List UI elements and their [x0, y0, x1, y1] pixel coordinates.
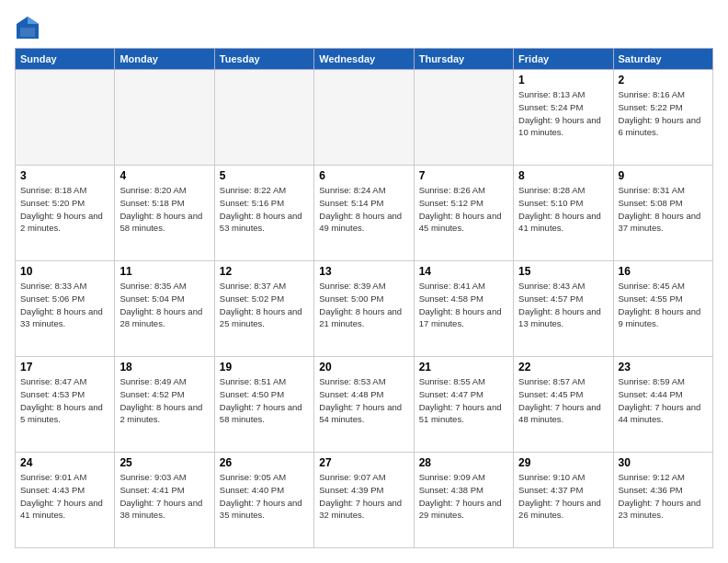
day-info: Sunrise: 9:05 AM Sunset: 4:40 PM Dayligh…: [220, 471, 309, 522]
day-number: 4: [119, 169, 209, 182]
day-cell: 21Sunrise: 8:55 AM Sunset: 4:47 PM Dayli…: [414, 357, 513, 453]
generalblue-logo-icon: [15, 15, 40, 40]
day-header-friday: Friday: [514, 49, 613, 70]
day-info: Sunrise: 8:26 AM Sunset: 5:12 PM Dayligh…: [419, 184, 508, 235]
week-row-2: 3Sunrise: 8:18 AM Sunset: 5:20 PM Daylig…: [16, 166, 713, 261]
day-info: Sunrise: 8:53 AM Sunset: 4:48 PM Dayligh…: [319, 375, 408, 426]
day-cell: 10Sunrise: 8:33 AM Sunset: 5:06 PM Dayli…: [16, 261, 115, 357]
day-info: Sunrise: 8:31 AM Sunset: 5:08 PM Dayligh…: [619, 184, 708, 235]
day-cell: [414, 70, 513, 166]
day-number: 8: [518, 169, 608, 182]
week-row-5: 24Sunrise: 9:01 AM Sunset: 4:43 PM Dayli…: [16, 453, 713, 548]
day-info: Sunrise: 8:41 AM Sunset: 4:58 PM Dayligh…: [419, 280, 508, 330]
calendar-body: 1Sunrise: 8:13 AM Sunset: 5:24 PM Daylig…: [16, 70, 713, 548]
day-cell: 30Sunrise: 9:12 AM Sunset: 4:36 PM Dayli…: [613, 453, 712, 548]
day-cell: 27Sunrise: 9:07 AM Sunset: 4:39 PM Dayli…: [314, 453, 414, 548]
day-info: Sunrise: 9:10 AM Sunset: 4:37 PM Dayligh…: [518, 471, 608, 522]
day-cell: 22Sunrise: 8:57 AM Sunset: 4:45 PM Dayli…: [514, 357, 613, 453]
day-cell: 29Sunrise: 9:10 AM Sunset: 4:37 PM Dayli…: [514, 453, 613, 548]
day-info: Sunrise: 8:13 AM Sunset: 5:24 PM Dayligh…: [518, 88, 608, 139]
day-header-tuesday: Tuesday: [214, 49, 313, 70]
day-info: Sunrise: 8:57 AM Sunset: 4:45 PM Dayligh…: [518, 375, 608, 426]
day-cell: 3Sunrise: 8:18 AM Sunset: 5:20 PM Daylig…: [16, 166, 115, 261]
day-number: 15: [518, 265, 608, 278]
day-cell: 20Sunrise: 8:53 AM Sunset: 4:48 PM Dayli…: [314, 357, 414, 453]
day-header-thursday: Thursday: [414, 49, 513, 70]
day-info: Sunrise: 8:16 AM Sunset: 5:22 PM Dayligh…: [619, 88, 708, 139]
day-cell: 16Sunrise: 8:45 AM Sunset: 4:55 PM Dayli…: [613, 261, 712, 357]
day-info: Sunrise: 8:51 AM Sunset: 4:50 PM Dayligh…: [220, 375, 309, 426]
day-number: 13: [319, 265, 408, 278]
day-cell: 7Sunrise: 8:26 AM Sunset: 5:12 PM Daylig…: [414, 166, 513, 261]
day-info: Sunrise: 9:12 AM Sunset: 4:36 PM Dayligh…: [619, 471, 708, 522]
day-info: Sunrise: 9:03 AM Sunset: 4:41 PM Dayligh…: [119, 471, 209, 522]
day-cell: 8Sunrise: 8:28 AM Sunset: 5:10 PM Daylig…: [514, 166, 613, 261]
day-number: 21: [419, 361, 508, 373]
day-info: Sunrise: 8:45 AM Sunset: 4:55 PM Dayligh…: [619, 280, 708, 330]
day-cell: 28Sunrise: 9:09 AM Sunset: 4:38 PM Dayli…: [414, 453, 513, 548]
day-number: 25: [119, 456, 209, 469]
day-info: Sunrise: 8:18 AM Sunset: 5:20 PM Dayligh…: [20, 184, 109, 235]
header-row: SundayMondayTuesdayWednesdayThursdayFrid…: [16, 49, 713, 70]
day-info: Sunrise: 9:01 AM Sunset: 4:43 PM Dayligh…: [20, 471, 109, 522]
day-number: 11: [119, 265, 209, 278]
day-number: 10: [20, 265, 109, 278]
day-cell: 19Sunrise: 8:51 AM Sunset: 4:50 PM Dayli…: [214, 357, 313, 453]
day-info: Sunrise: 8:55 AM Sunset: 4:47 PM Dayligh…: [419, 375, 508, 426]
day-info: Sunrise: 8:47 AM Sunset: 4:53 PM Dayligh…: [20, 375, 109, 426]
day-cell: 14Sunrise: 8:41 AM Sunset: 4:58 PM Dayli…: [414, 261, 513, 357]
day-cell: 23Sunrise: 8:59 AM Sunset: 4:44 PM Dayli…: [613, 357, 712, 453]
svg-marker-1: [28, 17, 39, 24]
day-cell: 5Sunrise: 8:22 AM Sunset: 5:16 PM Daylig…: [214, 166, 313, 261]
day-cell: 26Sunrise: 9:05 AM Sunset: 4:40 PM Dayli…: [214, 453, 313, 548]
page: SundayMondayTuesdayWednesdayThursdayFrid…: [0, 0, 728, 563]
day-number: 24: [20, 456, 109, 469]
day-number: 20: [319, 361, 408, 373]
day-header-monday: Monday: [115, 49, 214, 70]
day-header-sunday: Sunday: [16, 49, 115, 70]
day-cell: 24Sunrise: 9:01 AM Sunset: 4:43 PM Dayli…: [16, 453, 115, 548]
day-info: Sunrise: 8:37 AM Sunset: 5:02 PM Dayligh…: [220, 280, 309, 330]
day-info: Sunrise: 8:24 AM Sunset: 5:14 PM Dayligh…: [319, 184, 408, 235]
day-number: 2: [619, 74, 708, 86]
day-cell: [214, 70, 313, 166]
day-number: 16: [619, 265, 708, 278]
day-info: Sunrise: 8:28 AM Sunset: 5:10 PM Dayligh…: [518, 184, 608, 235]
day-cell: [115, 70, 214, 166]
day-cell: [314, 70, 414, 166]
day-number: 29: [518, 456, 608, 469]
header: [15, 15, 713, 40]
logo: [15, 15, 44, 40]
day-cell: 13Sunrise: 8:39 AM Sunset: 5:00 PM Dayli…: [314, 261, 414, 357]
day-cell: 1Sunrise: 8:13 AM Sunset: 5:24 PM Daylig…: [514, 70, 613, 166]
day-cell: 2Sunrise: 8:16 AM Sunset: 5:22 PM Daylig…: [613, 70, 712, 166]
day-number: 22: [518, 361, 608, 373]
day-number: 19: [220, 361, 309, 373]
svg-rect-2: [20, 28, 35, 37]
day-cell: 18Sunrise: 8:49 AM Sunset: 4:52 PM Dayli…: [115, 357, 214, 453]
day-number: 12: [220, 265, 309, 278]
day-number: 30: [619, 456, 708, 469]
day-header-wednesday: Wednesday: [314, 49, 414, 70]
day-info: Sunrise: 8:39 AM Sunset: 5:00 PM Dayligh…: [319, 280, 408, 330]
day-number: 18: [119, 361, 209, 373]
day-info: Sunrise: 8:22 AM Sunset: 5:16 PM Dayligh…: [220, 184, 309, 235]
day-number: 23: [619, 361, 708, 373]
day-info: Sunrise: 8:49 AM Sunset: 4:52 PM Dayligh…: [119, 375, 209, 426]
day-cell: 12Sunrise: 8:37 AM Sunset: 5:02 PM Dayli…: [214, 261, 313, 357]
week-row-3: 10Sunrise: 8:33 AM Sunset: 5:06 PM Dayli…: [16, 261, 713, 357]
day-number: 28: [419, 456, 508, 469]
day-number: 9: [619, 169, 708, 182]
week-row-4: 17Sunrise: 8:47 AM Sunset: 4:53 PM Dayli…: [16, 357, 713, 453]
week-row-1: 1Sunrise: 8:13 AM Sunset: 5:24 PM Daylig…: [16, 70, 713, 166]
day-header-saturday: Saturday: [613, 49, 712, 70]
day-info: Sunrise: 8:33 AM Sunset: 5:06 PM Dayligh…: [20, 280, 109, 330]
day-cell: 11Sunrise: 8:35 AM Sunset: 5:04 PM Dayli…: [115, 261, 214, 357]
calendar-header: SundayMondayTuesdayWednesdayThursdayFrid…: [16, 49, 713, 70]
day-info: Sunrise: 8:59 AM Sunset: 4:44 PM Dayligh…: [619, 375, 708, 426]
day-cell: 9Sunrise: 8:31 AM Sunset: 5:08 PM Daylig…: [613, 166, 712, 261]
day-info: Sunrise: 9:09 AM Sunset: 4:38 PM Dayligh…: [419, 471, 508, 522]
calendar-table: SundayMondayTuesdayWednesdayThursdayFrid…: [15, 48, 713, 548]
day-info: Sunrise: 8:43 AM Sunset: 4:57 PM Dayligh…: [518, 280, 608, 330]
day-cell: 25Sunrise: 9:03 AM Sunset: 4:41 PM Dayli…: [115, 453, 214, 548]
